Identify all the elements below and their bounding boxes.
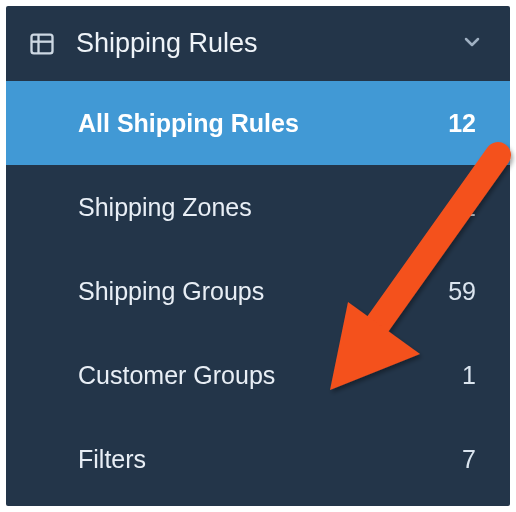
- list-icon: [28, 30, 56, 58]
- nav-item-customer-groups[interactable]: Customer Groups 1: [6, 333, 510, 417]
- nav-item-label: All Shipping Rules: [78, 109, 299, 138]
- nav-item-label: Customer Groups: [78, 361, 275, 390]
- nav-item-count: 1: [462, 361, 476, 390]
- nav-item-label: Shipping Zones: [78, 193, 252, 222]
- nav-item-shipping-zones[interactable]: Shipping Zones 22: [6, 165, 510, 249]
- nav-item-label: Shipping Groups: [78, 277, 264, 306]
- nav-item-label: Filters: [78, 445, 146, 474]
- nav-item-count: 12: [448, 109, 476, 138]
- nav-item-filters[interactable]: Filters 7: [6, 417, 510, 501]
- svg-rect-0: [32, 34, 53, 53]
- section-title: Shipping Rules: [76, 28, 460, 59]
- nav-item-count: 22: [448, 193, 476, 222]
- nav-item-count: 59: [448, 277, 476, 306]
- sidebar: Shipping Rules All Shipping Rules 12 Shi…: [6, 6, 510, 506]
- chevron-down-icon[interactable]: [460, 30, 484, 58]
- nav-item-shipping-groups[interactable]: Shipping Groups 59: [6, 249, 510, 333]
- nav-list: All Shipping Rules 12 Shipping Zones 22 …: [6, 81, 510, 501]
- section-header[interactable]: Shipping Rules: [6, 6, 510, 81]
- nav-item-all-shipping-rules[interactable]: All Shipping Rules 12: [6, 81, 510, 165]
- nav-item-count: 7: [462, 445, 476, 474]
